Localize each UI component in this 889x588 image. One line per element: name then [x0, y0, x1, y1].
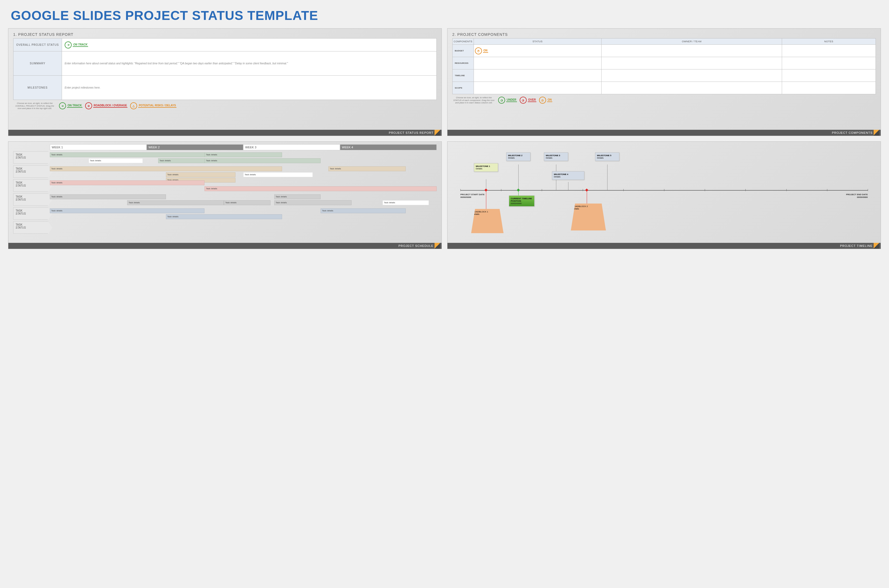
legend-on-track[interactable]: ➜ON TRACK: [59, 102, 83, 109]
panel1-legend: Choose an icon, at right, to reflect the…: [13, 102, 437, 110]
milestones-label: MILESTONES: [14, 76, 62, 100]
task-bar[interactable]: Task details: [224, 200, 270, 205]
summary-label: SUMMARY: [14, 51, 62, 76]
panel-timeline: MILESTONE 1Details MILESTONE 2Details MI…: [447, 141, 881, 249]
summary-cell[interactable]: Enter information here about overall sta…: [62, 51, 437, 76]
milestone-note[interactable]: MILESTONE 1Details: [474, 163, 498, 172]
task-arrow: TASKSTATUS: [13, 151, 48, 164]
panel2-legend: Choose an icon, at right, to reflect the…: [452, 96, 876, 104]
current-position-note[interactable]: CURRENT TIMELINE POSITION00/00/0000: [509, 195, 534, 207]
on-track-chip[interactable]: ➜ ON TRACK: [65, 42, 434, 48]
panel3-footer: PROJECT SCHEDULE: [8, 243, 442, 249]
col-notes: NOTES: [782, 39, 876, 45]
panel2-footer: PROJECT COMPONENTS: [447, 130, 881, 136]
milestone-note[interactable]: MILESTONE 5Details: [595, 152, 619, 161]
overall-status-label: OVERALL PROJECT STATUS: [14, 39, 62, 51]
panel2-heading: 2. PROJECT COMPONENTS: [452, 32, 876, 37]
panel2-hint: Choose an icon, at right, to reflect the…: [452, 96, 495, 104]
col-status: STATUS: [474, 39, 602, 45]
task-bar[interactable]: Task details: [50, 180, 205, 185]
panel4-footer: PROJECT TIMELINE: [447, 243, 881, 249]
task-bar[interactable]: Task details: [205, 186, 437, 191]
gauge-icon: ◔: [520, 97, 526, 104]
schedule-grid: WEEK 1 WEEK 2 WEEK 3 WEEK 4 Task details…: [50, 144, 437, 243]
task-bar[interactable]: Task details: [166, 172, 235, 177]
legend-over[interactable]: ◔OVER: [520, 97, 536, 104]
task-bar[interactable]: Task details: [205, 158, 320, 163]
task-arrow: TASKSTATUS: [13, 165, 48, 178]
task-arrow: TASKSTATUS: [13, 179, 48, 192]
legend-under[interactable]: ◔UNDER: [498, 97, 517, 104]
arrow-icon: ➜: [59, 102, 66, 109]
roadblock-note[interactable]: ROADBLOCK 1Details: [471, 209, 504, 233]
gauge-icon: ◔: [539, 97, 546, 104]
page-title: GOOGLE SLIDES PROJECT STATUS TEMPLATE: [11, 8, 881, 23]
task-bar[interactable]: Task details: [205, 152, 282, 157]
task-bar[interactable]: Task details: [127, 200, 224, 205]
milestone-note[interactable]: MILESTONE 2Details: [506, 152, 531, 161]
panel1-hint: Choose an icon, at right, to reflect the…: [13, 102, 56, 110]
legend-on[interactable]: ◔ON: [539, 97, 552, 104]
start-date-label: PROJECT START DATE00/00/0000: [460, 193, 484, 198]
gauge-icon: ◔: [475, 47, 482, 54]
task-bar[interactable]: Task details: [328, 166, 406, 171]
task-bar[interactable]: Task details: [89, 158, 143, 163]
panel-grid: 1. PROJECT STATUS REPORT OVERALL PROJECT…: [8, 28, 881, 249]
task-bar[interactable]: Task details: [50, 208, 205, 213]
milestone-note[interactable]: MILESTONE 3Details: [544, 152, 568, 161]
task-bar[interactable]: Task details: [50, 166, 282, 171]
legend-risks[interactable]: △POTENTIAL RISKS / DELAYS: [130, 102, 176, 109]
col-components: COMPONENTS: [453, 39, 474, 45]
task-bar[interactable]: Task details: [320, 208, 406, 213]
table-row: RESOURCES: [453, 57, 876, 69]
table-row: TIMELINE: [453, 69, 876, 82]
task-bar[interactable]: Task details: [382, 200, 429, 205]
overall-status-cell[interactable]: ➜ ON TRACK: [62, 39, 437, 51]
panel1-footer: PROJECT STATUS REPORT: [8, 130, 442, 136]
week-header: WEEK 1 WEEK 2 WEEK 3 WEEK 4: [50, 144, 437, 150]
timeline-axis: [460, 190, 868, 190]
arrow-icon: ➜: [65, 42, 72, 48]
components-table: COMPONENTS STATUS OWNER / TEAM NOTES BUD…: [452, 38, 876, 94]
table-row: SCOPE: [453, 82, 876, 94]
task-bar[interactable]: Task details: [158, 158, 212, 163]
table-row: BUDGET ◔ON: [453, 45, 876, 57]
stop-icon: ⊘: [85, 102, 92, 109]
col-owner: OWNER / TEAM: [602, 39, 782, 45]
task-arrow: TASKSTATUS: [13, 207, 48, 220]
end-date-label: PROJECT END DATE00/00/0000: [846, 193, 868, 198]
roadblock-note[interactable]: ROADBLOCK 2Details: [571, 204, 606, 231]
milestone-note[interactable]: MILESTONE 4Details: [552, 171, 584, 180]
legend-roadblock[interactable]: ⊘ROADBLOCK / OVERAGE: [85, 102, 128, 109]
schedule-row-labels: TASKSTATUS TASKSTATUS TASKSTATUS TASKSTA…: [13, 144, 48, 243]
warning-icon: △: [130, 102, 137, 109]
panel1-heading: 1. PROJECT STATUS REPORT: [13, 32, 437, 37]
budget-status-cell[interactable]: ◔ON: [474, 45, 602, 57]
task-bar[interactable]: Task details: [274, 200, 352, 205]
milestones-cell[interactable]: Enter project milestones here.: [62, 76, 437, 100]
task-arrow: TASKSTATUS: [13, 193, 48, 206]
panel-components: 2. PROJECT COMPONENTS COMPONENTS STATUS …: [447, 28, 881, 136]
task-bar[interactable]: Task details: [243, 172, 313, 177]
gauge-on-chip[interactable]: ◔ON: [475, 47, 600, 54]
status-table: OVERALL PROJECT STATUS ➜ ON TRACK SUMMAR…: [13, 38, 437, 100]
panel-schedule: TASKSTATUS TASKSTATUS TASKSTATUS TASKSTA…: [8, 141, 442, 249]
task-arrow: TASKSTATUS: [13, 221, 48, 234]
task-bar[interactable]: Task details: [274, 194, 320, 199]
task-bar[interactable]: Task details: [166, 214, 282, 219]
panel-status-report: 1. PROJECT STATUS REPORT OVERALL PROJECT…: [8, 28, 442, 136]
timeline: MILESTONE 1Details MILESTONE 2Details MI…: [452, 144, 876, 243]
task-bar[interactable]: Task details: [50, 194, 166, 199]
gauge-icon: ◔: [498, 97, 505, 104]
